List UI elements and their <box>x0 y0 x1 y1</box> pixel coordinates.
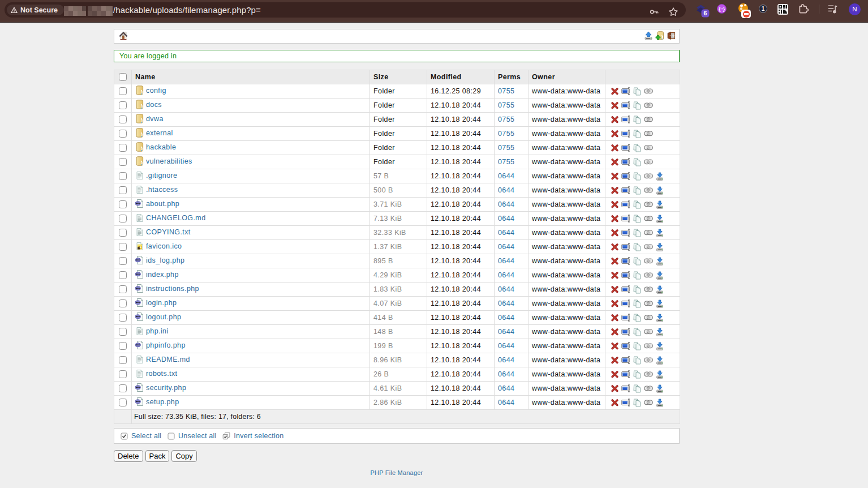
svg-text:6: 6 <box>704 10 707 16</box>
